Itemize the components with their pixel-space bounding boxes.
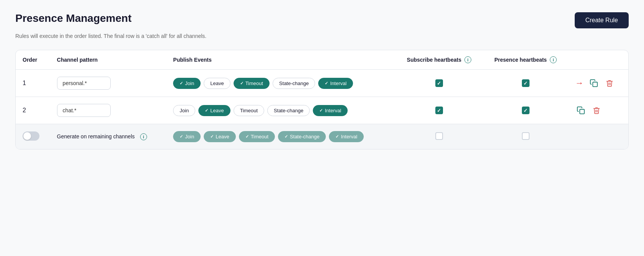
catch-all-info-icon[interactable]: i: [140, 133, 147, 140]
svg-rect-1: [580, 109, 584, 114]
page-title: Presence Management: [15, 12, 131, 25]
catch-all-events-cell: ✓Join✓Leave✓Timeout✓State-change✓Interva…: [166, 124, 395, 149]
catch-all-actions-cell: [568, 124, 628, 149]
actions-wrapper: [575, 105, 621, 116]
check-icon: ✓: [205, 108, 208, 113]
catch-all-event-tag-interval[interactable]: ✓Interval: [329, 131, 364, 142]
catch-all-subscribe-checkbox[interactable]: [435, 132, 443, 140]
order-cell: 2: [16, 97, 50, 124]
order-cell: 1: [16, 70, 50, 97]
event-tag-leave[interactable]: Leave: [204, 78, 230, 89]
presence-heartbeats-info-icon[interactable]: i: [550, 56, 557, 63]
table-row: 2Join✓LeaveTimeoutState-change✓Interval✓…: [16, 97, 628, 124]
event-tag-join[interactable]: Join: [173, 105, 195, 116]
page-header: Presence Management Create Rule: [15, 12, 629, 28]
subscribe-heartbeats-cell: ✓: [395, 97, 483, 124]
catch-all-label: Generate on remaining channels: [57, 133, 135, 141]
presence-heartbeats-cell: ✓: [483, 70, 568, 97]
copy-button[interactable]: [575, 105, 587, 116]
subscribe-heartbeats-checkbox[interactable]: ✓: [435, 107, 443, 114]
check-icon: ✓: [180, 81, 183, 86]
catch-all-label-cell: Generate on remaining channels i: [50, 124, 167, 149]
catch-all-presence-checkbox[interactable]: [522, 132, 530, 140]
order-number: 1: [23, 80, 26, 86]
catch-all-event-tag-leave[interactable]: ✓Leave: [204, 131, 235, 142]
svg-rect-0: [593, 82, 597, 87]
order-number: 2: [23, 107, 26, 113]
event-tag-state-change[interactable]: State-change: [273, 78, 315, 89]
subscribe-heartbeats-info-icon[interactable]: i: [464, 56, 471, 63]
check-icon: ✓: [240, 81, 244, 86]
actions-wrapper: →: [575, 77, 621, 89]
check-icon: ✓: [180, 134, 183, 139]
col-header-subscribe: Subscribe heartbeats i: [395, 50, 483, 70]
event-tag-timeout[interactable]: Timeout: [234, 105, 264, 116]
check-icon: ✓: [335, 134, 339, 139]
copy-icon: [590, 79, 598, 87]
delete-icon: [606, 79, 613, 87]
copy-icon: [577, 106, 585, 115]
channel-input[interactable]: [57, 104, 111, 117]
copy-button[interactable]: [588, 77, 600, 89]
event-tag-interval[interactable]: ✓Interval: [318, 78, 353, 89]
delete-button[interactable]: [591, 105, 602, 116]
check-icon: ✓: [245, 134, 249, 139]
event-tag-leave[interactable]: ✓Leave: [198, 105, 230, 116]
catch-all-toggle-cell: [16, 124, 50, 149]
page-subtitle: Rules will execute in the order listed. …: [15, 33, 629, 39]
event-tag-timeout[interactable]: ✓Timeout: [234, 78, 270, 89]
rules-table-container: Order Channel pattern Publish Events Sub…: [15, 50, 629, 149]
catch-all-event-tag-join[interactable]: ✓Join: [173, 131, 201, 142]
delete-icon: [593, 107, 600, 114]
table-row: 1✓JoinLeave✓TimeoutState-change✓Interval…: [16, 70, 628, 97]
event-tag-state-change[interactable]: State-change: [267, 105, 310, 116]
events-cell: Join✓LeaveTimeoutState-change✓Interval: [166, 97, 395, 124]
presence-heartbeats-cell: ✓: [483, 97, 568, 124]
col-header-channel: Channel pattern: [50, 50, 167, 70]
catch-all-presence-cell: [483, 124, 568, 149]
channel-cell: [50, 70, 167, 97]
actions-cell: [568, 97, 628, 124]
presence-heartbeats-checkbox[interactable]: ✓: [522, 79, 530, 87]
actions-cell: →: [568, 70, 628, 97]
subscribe-heartbeats-cell: ✓: [395, 70, 483, 97]
events-cell: ✓JoinLeave✓TimeoutState-change✓Interval: [166, 70, 395, 97]
check-icon: ✓: [210, 134, 214, 139]
col-header-order: Order: [16, 50, 50, 70]
delete-button[interactable]: [604, 78, 615, 89]
channel-cell: [50, 97, 167, 124]
catch-all-event-tag-state-change[interactable]: ✓State-change: [278, 131, 326, 142]
catch-all-event-tag-timeout[interactable]: ✓Timeout: [239, 131, 275, 142]
create-rule-button[interactable]: Create Rule: [575, 12, 629, 28]
presence-heartbeats-checkbox[interactable]: ✓: [522, 107, 530, 114]
check-icon: ✓: [325, 81, 328, 86]
col-header-publish: Publish Events: [166, 50, 395, 70]
subscribe-heartbeats-checkbox[interactable]: ✓: [435, 79, 443, 87]
catch-all-label-container: Generate on remaining channels i: [57, 133, 160, 141]
catch-all-toggle[interactable]: [23, 131, 39, 141]
event-tag-interval[interactable]: ✓Interval: [313, 105, 348, 116]
channel-input[interactable]: [57, 77, 111, 90]
arrow-indicator: →: [575, 78, 584, 88]
check-icon: ✓: [319, 108, 323, 113]
event-tag-join[interactable]: ✓Join: [173, 78, 201, 89]
col-header-actions: [568, 50, 628, 70]
check-icon: ✓: [284, 134, 288, 139]
catch-all-row: Generate on remaining channels i ✓Join✓L…: [16, 124, 628, 149]
catch-all-subscribe-cell: [395, 124, 483, 149]
rules-table: Order Channel pattern Publish Events Sub…: [16, 50, 628, 149]
col-header-presence: Presence heartbeats i: [483, 50, 568, 70]
